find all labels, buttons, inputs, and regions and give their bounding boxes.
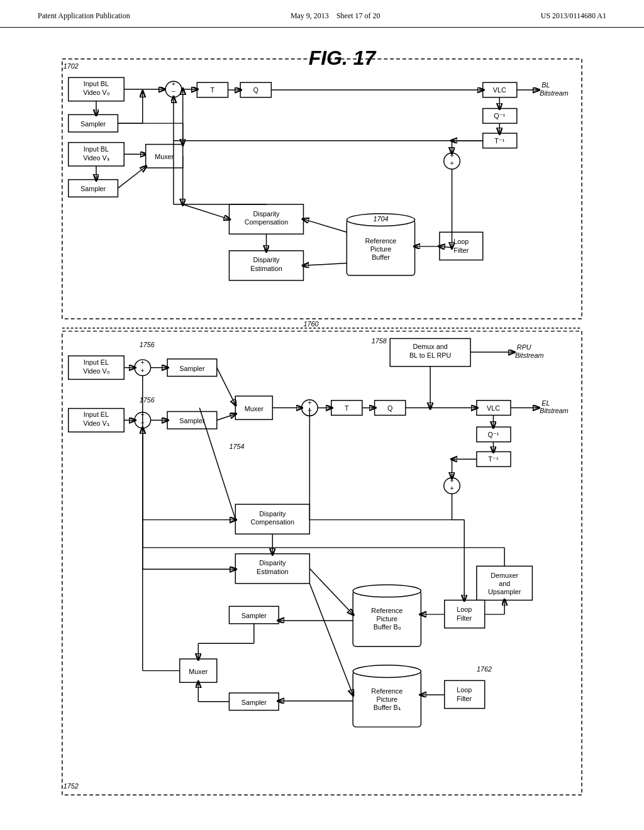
svg-text:Bitstream: Bitstream xyxy=(540,407,569,414)
svg-text:1758: 1758 xyxy=(372,337,387,345)
svg-text:Buffer B₁: Buffer B₁ xyxy=(374,704,401,711)
svg-text:Disparity: Disparity xyxy=(259,510,286,517)
svg-text:1760: 1760 xyxy=(303,320,318,328)
header-right: US 2013/0114680 A1 xyxy=(541,11,606,21)
svg-line-18 xyxy=(118,167,145,188)
page: Patent Application Publication May 9, 20… xyxy=(0,0,644,830)
svg-text:Picture: Picture xyxy=(376,615,397,622)
svg-text:Reference: Reference xyxy=(371,687,402,695)
svg-text:Input EL: Input EL xyxy=(84,411,109,418)
diagram-svg: 1702 Input BL Video V₀ Sampler Input BL … xyxy=(39,53,605,807)
svg-text:Reference: Reference xyxy=(365,237,397,245)
svg-text:+: + xyxy=(141,367,145,374)
svg-text:Sampler: Sampler xyxy=(80,120,106,128)
svg-text:Muxer: Muxer xyxy=(245,405,264,412)
svg-text:and: and xyxy=(499,580,510,587)
svg-text:EL: EL xyxy=(541,399,550,407)
svg-text:Video V₀: Video V₀ xyxy=(83,367,110,375)
svg-line-70 xyxy=(303,263,347,265)
svg-text:Q⁻¹: Q⁻¹ xyxy=(494,112,505,119)
svg-text:Sampler: Sampler xyxy=(179,417,205,424)
svg-text:Q: Q xyxy=(253,86,258,94)
svg-text:Loop: Loop xyxy=(457,686,472,694)
svg-text:Estimation: Estimation xyxy=(250,265,282,272)
header-center: May 9, 2013 Sheet 17 of 20 xyxy=(291,11,380,21)
svg-line-114 xyxy=(217,368,236,405)
svg-text:+: + xyxy=(308,399,311,406)
svg-text:+: + xyxy=(450,159,453,167)
svg-text:Input BL: Input BL xyxy=(84,80,109,87)
svg-point-161 xyxy=(353,585,421,597)
svg-text:+: + xyxy=(141,358,145,366)
svg-text:Video V₀: Video V₀ xyxy=(83,89,110,96)
svg-text:Disparity: Disparity xyxy=(253,256,280,263)
svg-line-197 xyxy=(309,584,353,695)
header-left: Patent Application Publication xyxy=(38,11,130,21)
svg-text:Compensation: Compensation xyxy=(245,218,289,226)
svg-text:Disparity: Disparity xyxy=(253,210,280,218)
svg-text:+: + xyxy=(450,484,453,492)
svg-text:T⁻¹: T⁻¹ xyxy=(494,137,505,145)
svg-text:Sampler: Sampler xyxy=(242,699,267,706)
svg-text:Filter: Filter xyxy=(457,614,472,622)
svg-text:1756: 1756 xyxy=(140,341,155,348)
svg-text:−: − xyxy=(172,87,175,95)
svg-text:1704: 1704 xyxy=(373,215,388,223)
svg-text:Q⁻¹: Q⁻¹ xyxy=(487,431,499,438)
svg-rect-0 xyxy=(62,59,582,319)
svg-text:T: T xyxy=(345,404,349,412)
svg-text:Sampler: Sampler xyxy=(242,612,267,619)
svg-text:T⁻¹: T⁻¹ xyxy=(488,455,499,463)
svg-text:RPU: RPU xyxy=(517,343,531,351)
svg-line-196 xyxy=(309,568,353,614)
svg-text:1702: 1702 xyxy=(64,62,79,70)
svg-text:Bitstream: Bitstream xyxy=(515,351,544,359)
svg-text:T: T xyxy=(211,86,215,94)
svg-text:Video V₁: Video V₁ xyxy=(83,154,109,162)
svg-text:Compensation: Compensation xyxy=(250,518,294,526)
svg-text:1752: 1752 xyxy=(64,782,79,790)
svg-text:1762: 1762 xyxy=(477,665,492,673)
svg-text:Video V₁: Video V₁ xyxy=(83,419,109,427)
svg-text:Muxer: Muxer xyxy=(155,153,174,160)
svg-text:Demuxer: Demuxer xyxy=(491,572,518,579)
svg-text:Input BL: Input BL xyxy=(84,145,109,153)
svg-text:VLC: VLC xyxy=(493,86,506,94)
svg-text:Disparity: Disparity xyxy=(259,559,286,567)
svg-text:Muxer: Muxer xyxy=(189,668,208,675)
svg-text:Upsampler: Upsampler xyxy=(488,588,521,595)
svg-text:Sampler: Sampler xyxy=(80,185,106,192)
svg-text:Picture: Picture xyxy=(370,245,392,253)
svg-text:1756: 1756 xyxy=(140,396,155,404)
svg-point-180 xyxy=(353,665,421,678)
page-header: Patent Application Publication May 9, 20… xyxy=(0,0,644,28)
svg-text:Input EL: Input EL xyxy=(84,358,109,366)
svg-text:Demux and: Demux and xyxy=(413,343,448,350)
svg-text:Q: Q xyxy=(387,404,392,412)
svg-text:Reference: Reference xyxy=(371,607,402,614)
main-content: FIG. 17 1702 Input BL Video V₀ Sampler I… xyxy=(0,28,644,822)
svg-text:+: + xyxy=(172,80,175,87)
diagram-area: 1702 Input BL Video V₀ Sampler Input BL … xyxy=(39,53,605,810)
svg-text:VLC: VLC xyxy=(487,404,500,412)
svg-line-71 xyxy=(303,219,347,233)
svg-text:Buffer B₀: Buffer B₀ xyxy=(374,623,401,631)
svg-text:BL: BL xyxy=(541,81,550,89)
svg-line-53 xyxy=(183,204,230,219)
svg-text:1754: 1754 xyxy=(229,443,244,450)
svg-text:Buffer: Buffer xyxy=(372,253,390,261)
svg-text:Picture: Picture xyxy=(376,695,397,703)
svg-text:Filter: Filter xyxy=(453,246,469,254)
svg-text:Loop: Loop xyxy=(457,606,472,613)
svg-text:Filter: Filter xyxy=(457,695,472,702)
svg-text:BL to EL RPU: BL to EL RPU xyxy=(409,351,451,359)
svg-line-204 xyxy=(199,408,235,519)
svg-text:Estimation: Estimation xyxy=(257,568,288,575)
svg-text:Sampler: Sampler xyxy=(179,365,205,372)
svg-text:Loop: Loop xyxy=(453,238,469,245)
svg-text:Bitstream: Bitstream xyxy=(540,89,569,97)
svg-line-115 xyxy=(217,414,236,420)
